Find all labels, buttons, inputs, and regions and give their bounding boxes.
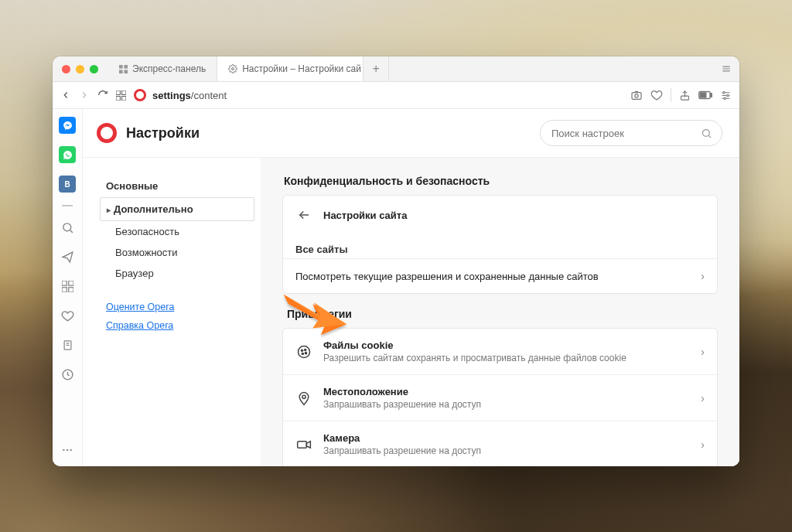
row-title: Посмотреть текущие разрешения и сохранен… [295,271,690,282]
svg-rect-11 [122,96,126,100]
chevron-right-icon: › [701,346,705,358]
divider [62,205,73,206]
speed-dial-button[interactable] [116,90,126,101]
svg-rect-9 [122,90,126,94]
chevron-right-icon: › [701,392,705,404]
forward-button[interactable] [79,90,90,101]
svg-line-38 [708,135,711,138]
gear-icon [228,64,237,73]
row-view-all-sites[interactable]: Посмотреть текущие разрешения и сохранен… [283,258,717,293]
svg-point-34 [63,449,65,452]
nav-security[interactable]: Безопасность [100,221,254,242]
opera-logo-icon [97,123,117,143]
svg-rect-26 [62,281,67,285]
share-button[interactable] [679,90,691,101]
row-subtitle: Разрешить сайтам сохранять и просматрива… [323,353,690,363]
arrow-left-icon [295,206,312,223]
search-sidebar-icon[interactable] [59,219,76,236]
url-field[interactable]: settings/content [134,89,623,101]
tab-menu-button[interactable] [713,56,739,81]
row-title: Местоположение [323,386,690,397]
page-title: Настройки [126,125,200,142]
apps-grid-icon[interactable] [59,278,76,295]
easy-setup-button[interactable] [720,90,732,101]
svg-point-36 [70,449,72,452]
svg-rect-12 [632,93,641,100]
svg-point-44 [305,352,306,353]
svg-rect-16 [711,94,712,97]
svg-point-4 [232,68,234,70]
grid-icon [118,64,128,73]
row-camera[interactable]: Камера Запрашивать разрешение на доступ … [283,421,717,466]
svg-rect-29 [68,287,73,292]
svg-point-23 [724,97,726,100]
send-icon[interactable] [59,248,76,265]
tab-settings[interactable]: Настройки – Настройки сай [217,56,364,81]
nav-basics[interactable]: Основные [100,175,254,197]
new-tab-button[interactable]: + [364,56,389,81]
tab-label: Настройки – Настройки сай [242,63,361,74]
more-icon[interactable] [59,442,76,459]
back-button[interactable] [60,90,71,101]
row-cookies[interactable]: Файлы cookie Разрешить сайтам сохранять … [283,329,717,374]
tab-strip: Экспресс-панель Настройки – Настройки са… [53,56,739,82]
maximize-window-icon[interactable] [90,65,98,73]
row-location[interactable]: Местоположение Запрашивать разрешение на… [283,374,717,421]
chevron-right-icon: › [701,270,705,282]
page-body: B Настройки [53,109,739,466]
close-window-icon[interactable] [62,65,70,73]
row-title: Настройки сайта [323,210,705,221]
card-site-settings: Настройки сайта Все сайты Посмотреть тек… [282,195,718,294]
svg-rect-46 [298,441,307,447]
battery-saver-button[interactable] [698,90,712,100]
nav-browser[interactable]: Браузер [100,263,254,284]
tab-speed-dial[interactable]: Экспресс-панель [108,56,217,81]
svg-point-13 [635,94,638,97]
row-subtitle: Запрашивать разрешение на доступ [323,399,690,410]
svg-rect-0 [119,65,123,69]
section-privacy-title: Конфиденциальность и безопасность [284,175,718,187]
settings-search[interactable] [540,120,722,146]
heart-sidebar-icon[interactable] [59,307,76,324]
svg-point-40 [299,346,310,357]
svg-rect-28 [62,287,67,292]
subsection-privileges: Привилегии [287,308,718,320]
nav-rate-opera[interactable]: Оцените Opera [100,298,254,316]
opera-icon [134,89,146,101]
svg-point-37 [703,129,710,136]
nav-features[interactable]: Возможности [100,242,254,263]
svg-point-45 [302,395,306,398]
bookmark-button[interactable] [650,89,663,101]
tab-label: Экспресс-панель [132,63,206,74]
whatsapp-icon[interactable] [59,146,76,163]
svg-line-25 [70,230,72,232]
search-input[interactable] [550,127,695,140]
svg-rect-8 [116,90,120,94]
snapshot-button[interactable] [630,89,643,101]
minimize-window-icon[interactable] [76,65,84,73]
svg-marker-47 [306,441,310,447]
row-title: Файлы cookie [323,339,690,351]
settings-main: Конфиденциальность и безопасность Настро… [261,158,739,466]
svg-rect-10 [116,96,120,100]
messenger-icon[interactable] [59,117,76,134]
row-site-settings-back[interactable]: Настройки сайта [283,196,717,234]
notes-icon[interactable] [59,336,76,353]
chevron-right-icon: › [701,438,705,451]
nav-advanced[interactable]: Дополнительно [100,197,254,221]
reload-button[interactable] [97,90,108,101]
history-icon[interactable] [59,366,76,383]
svg-rect-27 [68,281,73,285]
card-privileges: Файлы cookie Разрешить сайтам сохранять … [282,328,718,466]
subsection-all-sites: Все сайты [283,234,717,258]
row-title: Камера [323,432,690,444]
vk-icon[interactable]: B [59,176,76,193]
sidebar: B [53,109,83,466]
traffic-lights [53,56,108,81]
svg-point-41 [301,350,302,351]
svg-point-22 [727,94,729,97]
nav-help-opera[interactable]: Справка Opera [100,316,254,335]
url-text: settings/content [152,90,227,101]
svg-point-35 [67,449,69,452]
address-bar: settings/content [53,82,739,109]
